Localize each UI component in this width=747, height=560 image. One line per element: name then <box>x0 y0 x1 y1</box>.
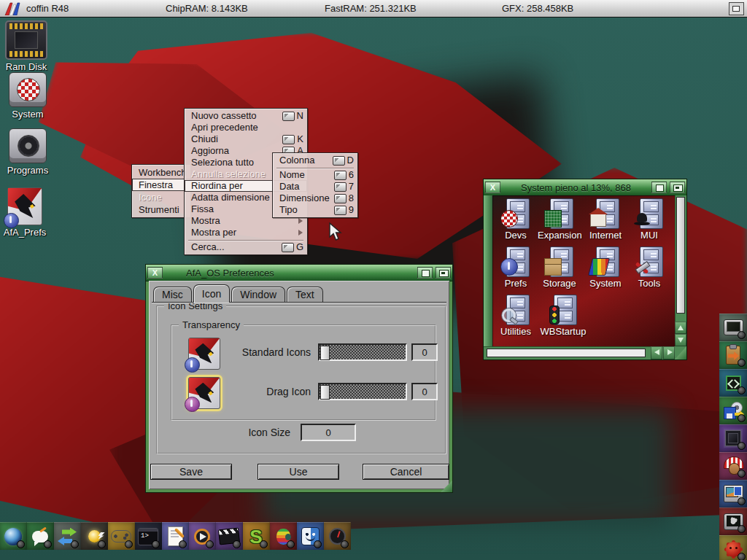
menu-item-chiudi[interactable]: Chiudi K <box>185 133 307 145</box>
drawer-icon-mui[interactable]: MUI <box>627 198 671 241</box>
drawer-label: Expansion <box>538 230 581 241</box>
standard-icons-slider[interactable] <box>318 343 407 361</box>
dock-item-flashlight[interactable] <box>81 522 108 550</box>
scroll-down-icon[interactable] <box>675 334 686 346</box>
cancel-button[interactable]: Cancel <box>363 464 449 480</box>
menu-item-cerca[interactable]: Cerca... G <box>185 241 307 253</box>
menu-titles-panel: Workbench Finestra Icone Strumenti <box>131 164 191 218</box>
menu-title-icone: Icone <box>132 191 190 203</box>
drawer-icon-prefs[interactable]: Prefs <box>494 246 538 289</box>
tab-window[interactable]: Window <box>231 287 285 303</box>
dock-item-gauge[interactable] <box>324 522 351 550</box>
dock-item-apple[interactable] <box>270 522 297 550</box>
horizontal-scrollbar[interactable] <box>484 346 675 359</box>
ram-disk-icon <box>5 20 47 60</box>
drawer-icon-tools[interactable]: Tools <box>627 246 671 289</box>
dock-item-games[interactable] <box>108 522 135 550</box>
screen-depth-icon[interactable] <box>729 2 744 15</box>
menu-item-label: Adatta dimensione <box>191 192 270 203</box>
slider-track[interactable] <box>320 384 406 399</box>
resize-grip-icon[interactable] <box>675 346 686 359</box>
menu-title-finestra[interactable]: Finestra <box>132 179 190 191</box>
submenu-item-dimensione[interactable]: Dimensione 8 <box>273 192 357 204</box>
close-icon[interactable]: X <box>147 267 163 279</box>
mui-drawer-icon <box>634 198 665 229</box>
dock-item-video[interactable] <box>216 522 243 550</box>
afa-prefs-icon <box>7 187 42 225</box>
menu-title-strumenti[interactable]: Strumenti <box>132 203 190 216</box>
dock-item-shell[interactable]: 1> <box>135 522 162 550</box>
save-button[interactable]: Save <box>150 464 232 480</box>
scroll-right-icon[interactable] <box>663 346 675 359</box>
video-clapper-icon <box>218 528 240 545</box>
slider-knob[interactable] <box>320 346 330 360</box>
menu-item-label: Nuovo cassetto <box>191 110 257 121</box>
drawer-icon-utilities[interactable]: Utilities <box>494 295 538 337</box>
chieftain-icon <box>724 456 743 475</box>
shortcut: G <box>282 243 303 252</box>
drawer-icon-wbstartup[interactable]: WBStartup <box>538 295 589 337</box>
system-window-titlebar[interactable]: X System pieno al 13%, 868 <box>484 179 686 196</box>
drawer-icon-storage[interactable]: Storage <box>538 246 581 289</box>
dock-item-screen-grab[interactable] <box>719 480 747 508</box>
horizontal-scrollbar-thumb[interactable] <box>487 349 646 357</box>
prefs-window-titlebar[interactable]: X AfA_OS Preferences <box>146 265 452 281</box>
menu-item-nuovo-cassetto[interactable]: Nuovo cassetto N <box>185 110 307 122</box>
drawer-icon-system[interactable]: System <box>584 246 627 289</box>
dock-item-editor[interactable] <box>162 522 189 550</box>
vertical-scrollbar[interactable] <box>675 195 686 346</box>
icon-size-value[interactable]: 0 <box>301 424 356 441</box>
menu-item-apri-precedente[interactable]: Apri precedente <box>185 122 307 133</box>
desktop-icon-programs[interactable]: Programs <box>1 128 54 176</box>
submenu-item-tipo[interactable]: Tipo 9 <box>273 204 357 216</box>
shortcut-letter: 8 <box>349 192 354 204</box>
drag-icon-slider[interactable] <box>318 383 407 400</box>
drawer-icon-devs[interactable]: Devs <box>494 198 538 241</box>
zoom-icon[interactable] <box>417 267 433 279</box>
dock-item-memory-chip[interactable] <box>719 424 747 452</box>
submenu-item-nome[interactable]: Nome 6 <box>273 169 357 181</box>
dock-item-disk-backup[interactable] <box>719 397 747 424</box>
dock-item-chat[interactable] <box>27 522 54 550</box>
slider-knob[interactable] <box>320 385 330 400</box>
dock-item-clipboard[interactable] <box>719 341 747 369</box>
dock-item-gnome-monitor[interactable] <box>719 508 747 535</box>
use-button[interactable]: Use <box>258 464 339 480</box>
close-icon[interactable]: X <box>485 182 500 193</box>
dock-item-web-browser[interactable] <box>0 522 27 550</box>
slider-track[interactable] <box>320 345 406 359</box>
desktop-icon-afa-prefs[interactable]: AfA_Prefs <box>0 187 51 238</box>
desktop-icon-system[interactable]: System <box>1 72 54 120</box>
dock-item-virus[interactable] <box>719 535 747 560</box>
desktop-icon-label: AfA_Prefs <box>0 227 51 238</box>
dock-item-media-player[interactable] <box>189 522 216 550</box>
zoom-icon[interactable] <box>651 182 667 193</box>
dock-item-scummvm[interactable]: S <box>243 522 270 550</box>
drawer-icon-expansion[interactable]: Expansion <box>538 198 581 241</box>
menu-title-workbench[interactable]: Workbench <box>132 166 190 179</box>
submenu-item-data[interactable]: Data 7 <box>273 181 357 192</box>
dock-item-chieftain[interactable] <box>719 452 747 480</box>
dock-item-code-chip[interactable] <box>719 369 747 397</box>
scroll-left-icon[interactable] <box>651 346 662 359</box>
desktop-icon-label: Programs <box>1 165 54 176</box>
tab-misc[interactable]: Misc <box>153 287 192 303</box>
vertical-scrollbar-thumb[interactable] <box>676 197 685 314</box>
screen-title: coffin R48 <box>26 3 69 14</box>
tools-drawer-icon <box>634 246 665 277</box>
desktop-icon-ram-disk[interactable]: Ram Disk <box>0 20 53 72</box>
depth-icon[interactable] <box>436 267 451 279</box>
drawer-label: Devs <box>494 230 538 241</box>
menu-item-mostra-per[interactable]: Mostra per <box>185 227 307 238</box>
system-window-content: Devs Expansion Internet MUI Prefs Stor <box>492 195 675 346</box>
submenu-item-colonna[interactable]: Colonna D <box>273 155 357 166</box>
tab-icon[interactable]: Icon <box>193 284 230 303</box>
dock-item-transfer[interactable] <box>54 522 81 550</box>
depth-icon[interactable] <box>670 182 685 193</box>
tab-text[interactable]: Text <box>287 287 323 303</box>
drawer-icon-internet[interactable]: Internet <box>584 198 627 241</box>
mouse-pointer-icon <box>329 222 344 243</box>
dock-item-monitor[interactable] <box>719 314 747 341</box>
scroll-up-icon[interactable] <box>675 322 686 334</box>
dock-item-finder[interactable] <box>297 522 324 550</box>
